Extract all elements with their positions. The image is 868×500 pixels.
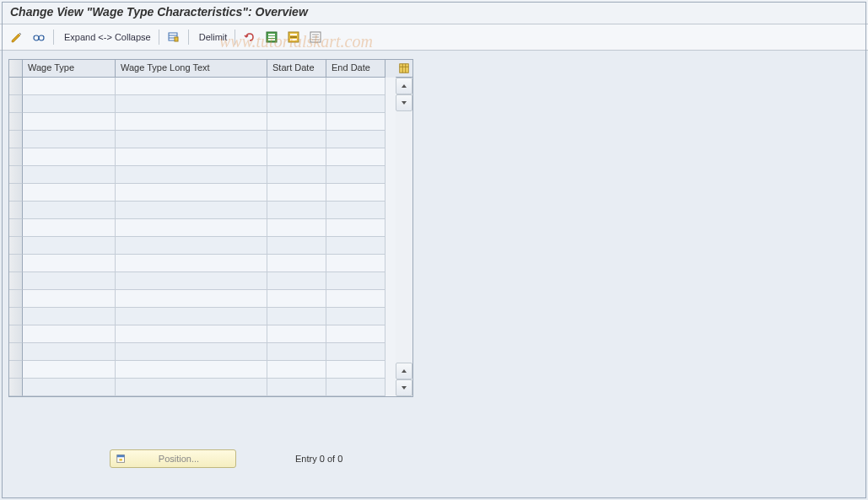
column-header-end-date[interactable]: End Date xyxy=(326,60,385,78)
cell-end-date[interactable] xyxy=(326,237,385,255)
row-selector[interactable] xyxy=(9,166,23,184)
table-row[interactable] xyxy=(9,325,396,343)
cell-long-text[interactable] xyxy=(116,113,267,131)
cell-long-text[interactable] xyxy=(116,219,267,237)
column-header-wage-type[interactable]: Wage Type xyxy=(23,60,116,78)
row-selector[interactable] xyxy=(9,148,23,166)
row-selector[interactable] xyxy=(9,131,23,148)
cell-long-text[interactable] xyxy=(116,290,267,308)
row-selector[interactable] xyxy=(9,95,23,113)
cell-wage-type[interactable] xyxy=(23,343,116,361)
table-row[interactable] xyxy=(9,343,396,361)
cell-long-text[interactable] xyxy=(116,148,267,166)
cell-long-text[interactable] xyxy=(116,379,267,396)
row-selector[interactable] xyxy=(9,361,23,379)
table-row[interactable] xyxy=(9,202,396,219)
cell-long-text[interactable] xyxy=(116,166,267,184)
cell-start-date[interactable] xyxy=(267,202,326,219)
cell-start-date[interactable] xyxy=(267,343,326,361)
cell-long-text[interactable] xyxy=(116,237,267,255)
table-row[interactable] xyxy=(9,255,396,272)
table-row[interactable] xyxy=(9,272,396,290)
scroll-down-button[interactable] xyxy=(396,94,412,111)
cell-wage-type[interactable] xyxy=(23,237,116,255)
cell-start-date[interactable] xyxy=(267,308,326,325)
row-selector[interactable] xyxy=(9,343,23,361)
cell-wage-type[interactable] xyxy=(23,308,116,325)
cell-long-text[interactable] xyxy=(116,131,267,148)
table-row[interactable] xyxy=(9,166,396,184)
cell-wage-type[interactable] xyxy=(23,78,116,95)
table-row[interactable] xyxy=(9,113,396,131)
cell-end-date[interactable] xyxy=(326,78,385,95)
cell-long-text[interactable] xyxy=(116,184,267,202)
row-selector[interactable] xyxy=(9,78,23,95)
cell-long-text[interactable] xyxy=(116,308,267,325)
table-row[interactable] xyxy=(9,95,396,113)
row-selector[interactable] xyxy=(9,219,23,237)
cell-end-date[interactable] xyxy=(326,361,385,379)
cell-start-date[interactable] xyxy=(267,290,326,308)
cell-end-date[interactable] xyxy=(326,379,385,396)
table-row[interactable] xyxy=(9,237,396,255)
table-row[interactable] xyxy=(9,148,396,166)
scroll-up-button[interactable] xyxy=(396,78,412,94)
row-selector[interactable] xyxy=(9,290,23,308)
cell-start-date[interactable] xyxy=(267,95,326,113)
table-row[interactable] xyxy=(9,131,396,148)
cell-end-date[interactable] xyxy=(326,113,385,131)
cell-start-date[interactable] xyxy=(267,255,326,272)
cell-wage-type[interactable] xyxy=(23,379,116,396)
cell-wage-type[interactable] xyxy=(23,219,116,237)
cell-long-text[interactable] xyxy=(116,255,267,272)
cell-wage-type[interactable] xyxy=(23,95,116,113)
new-entries-button[interactable] xyxy=(164,28,184,46)
cell-start-date[interactable] xyxy=(267,325,326,343)
cell-wage-type[interactable] xyxy=(23,255,116,272)
scroll-up-button-2[interactable] xyxy=(396,363,412,379)
select-all-button[interactable] xyxy=(261,28,282,46)
cell-end-date[interactable] xyxy=(326,131,385,148)
cell-start-date[interactable] xyxy=(267,237,326,255)
cell-start-date[interactable] xyxy=(267,219,326,237)
table-row[interactable] xyxy=(9,184,396,202)
cell-start-date[interactable] xyxy=(267,148,326,166)
cell-start-date[interactable] xyxy=(267,113,326,131)
table-config-button[interactable] xyxy=(396,60,412,78)
deselect-all-button[interactable] xyxy=(305,28,326,46)
row-selector[interactable] xyxy=(9,202,23,219)
cell-end-date[interactable] xyxy=(326,272,385,290)
column-header-long-text[interactable]: Wage Type Long Text xyxy=(116,60,267,78)
cell-start-date[interactable] xyxy=(267,379,326,396)
row-selector[interactable] xyxy=(9,379,23,396)
cell-start-date[interactable] xyxy=(267,272,326,290)
expand-collapse-button[interactable]: Expand <-> Collapse xyxy=(58,28,154,46)
cell-wage-type[interactable] xyxy=(23,361,116,379)
cell-wage-type[interactable] xyxy=(23,131,116,148)
cell-wage-type[interactable] xyxy=(23,148,116,166)
cell-wage-type[interactable] xyxy=(23,113,116,131)
cell-long-text[interactable] xyxy=(116,95,267,113)
select-block-button[interactable] xyxy=(283,28,304,46)
cell-wage-type[interactable] xyxy=(23,202,116,219)
cell-long-text[interactable] xyxy=(116,272,267,290)
scroll-down-button-2[interactable] xyxy=(396,379,412,396)
cell-start-date[interactable] xyxy=(267,131,326,148)
cell-end-date[interactable] xyxy=(326,148,385,166)
cell-end-date[interactable] xyxy=(326,202,385,219)
row-selector[interactable] xyxy=(9,308,23,325)
cell-start-date[interactable] xyxy=(267,78,326,95)
row-selector[interactable] xyxy=(9,325,23,343)
row-selector[interactable] xyxy=(9,237,23,255)
corner-cell[interactable] xyxy=(9,60,23,78)
cell-wage-type[interactable] xyxy=(23,184,116,202)
cell-end-date[interactable] xyxy=(326,184,385,202)
cell-long-text[interactable] xyxy=(116,343,267,361)
cell-long-text[interactable] xyxy=(116,361,267,379)
undo-button[interactable] xyxy=(240,28,260,46)
cell-end-date[interactable] xyxy=(326,219,385,237)
cell-end-date[interactable] xyxy=(326,255,385,272)
cell-wage-type[interactable] xyxy=(23,272,116,290)
cell-long-text[interactable] xyxy=(116,202,267,219)
cell-wage-type[interactable] xyxy=(23,290,116,308)
